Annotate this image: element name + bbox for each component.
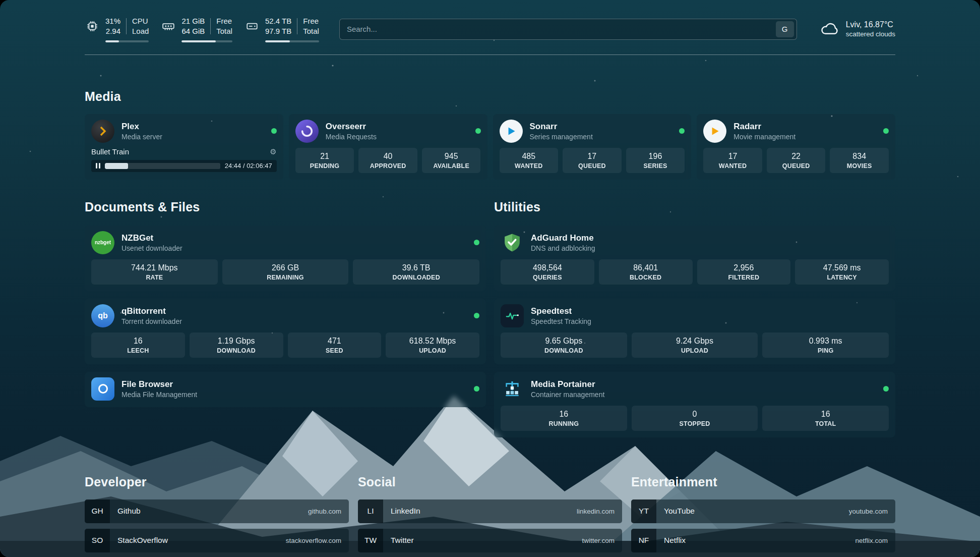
now-playing-row: Bullet Train ⚙	[91, 147, 277, 156]
free-label: Free	[216, 16, 232, 26]
qbittorrent-card-header: qb qBittorrent Torrent downloader	[91, 304, 479, 327]
cpu-row: 31% 2.94 CPU Load	[85, 16, 149, 37]
overseerr-stats: 21 PENDING 40 APPROVED 945 AVAILABLE	[295, 148, 481, 173]
stat-seed: 471 SEED	[288, 332, 382, 358]
divider-vertical	[210, 18, 211, 34]
stat-label: QUERIES	[503, 274, 592, 281]
overseerr-card[interactable]: Overseerr Media Requests 21 PENDING 40 A…	[289, 114, 487, 180]
search-input[interactable]	[347, 25, 776, 33]
stat-label: SERIES	[628, 162, 683, 170]
bookmark-twitter[interactable]: TW Twitter twitter.com	[358, 529, 622, 552]
disk-labels: Free Total	[303, 16, 319, 37]
bookmark-github[interactable]: GH Github github.com	[85, 499, 349, 523]
settings-gear-icon[interactable]: ⚙	[270, 147, 276, 156]
stat-stopped: 0 STOPPED	[632, 406, 758, 431]
free-label: Free	[303, 16, 319, 26]
radarr-card[interactable]: Radarr Movie management 17 WANTED 22 QUE…	[697, 114, 895, 180]
filebrowser-card-header: File Browser Media File Management	[91, 377, 479, 401]
adguard-stats: 498,564 QUERIES 86,401 BLOCKED 2,956 FIL…	[501, 259, 889, 285]
stat-label: BLOCKED	[601, 274, 691, 281]
adguard-shield-icon	[501, 231, 524, 254]
stat-ping: 0.993 ms PING	[762, 332, 889, 358]
stat-value: 9.65 Gbps	[503, 337, 625, 346]
filebrowser-card[interactable]: File Browser Media File Management	[85, 372, 486, 407]
bookmark-youtube[interactable]: YT YouTube youtube.com	[631, 499, 895, 523]
stat-value: 0	[634, 410, 756, 419]
ram-progress-fill	[181, 40, 215, 42]
bookmark-linkedin[interactable]: LI LinkedIn linkedin.com	[358, 499, 622, 523]
stat-total: 16 TOTAL	[762, 406, 889, 431]
app-name: qBittorrent	[121, 306, 182, 316]
bookmark-name: LinkedIn	[391, 507, 420, 516]
nzbget-card[interactable]: nzbget NZBGet Usenet downloader 744.21 M…	[85, 226, 486, 291]
documents-column: Documents & Files nzbget NZBGet Usenet d…	[85, 200, 486, 407]
portainer-card[interactable]: Media Portainer Container management 16 …	[494, 372, 895, 437]
bookmark-name: Twitter	[391, 536, 414, 545]
stat-value: 485	[502, 152, 557, 161]
stat-download: 9.65 Gbps DOWNLOAD	[501, 332, 627, 358]
app-name: File Browser	[121, 379, 197, 389]
cpu-widget: 31% 2.94 CPU Load	[85, 16, 149, 42]
app-name: Speedtest	[531, 306, 591, 316]
speedtest-card[interactable]: Speedtest Speedtest Tracking 9.65 Gbps D…	[494, 299, 895, 364]
stat-value: 39.6 TB	[355, 263, 477, 272]
sonarr-card[interactable]: Sonarr Series management 485 WANTED 17 Q…	[493, 114, 692, 180]
stat-label: MOVIES	[832, 162, 887, 170]
bookmark-netflix[interactable]: NF Netflix netflix.com	[631, 529, 895, 552]
weather-condition: scattered clouds	[846, 30, 895, 38]
app-subtitle: Series management	[530, 133, 593, 141]
bookmark-name: YouTube	[664, 507, 695, 516]
portainer-titles: Media Portainer Container management	[531, 379, 604, 399]
plex-card[interactable]: Plex Media server Bullet Train ⚙ 24:44 /…	[85, 114, 283, 180]
playback-progress-fill	[105, 163, 128, 169]
app-name: Overseerr	[326, 122, 377, 132]
qbittorrent-card[interactable]: qb qBittorrent Torrent downloader 16 LEE…	[85, 299, 486, 364]
stat-value: 16	[93, 337, 183, 346]
overseerr-icon	[295, 120, 319, 143]
app-subtitle: Torrent downloader	[121, 317, 182, 325]
stat-label: UPLOAD	[634, 347, 756, 354]
stat-label: FILTERED	[699, 274, 789, 281]
status-dot	[271, 128, 277, 134]
sonarr-titles: Sonarr Series management	[530, 122, 593, 141]
sonarr-card-header: Sonarr Series management	[500, 120, 685, 143]
lower-columns: Documents & Files nzbget NZBGet Usenet d…	[85, 200, 895, 437]
dashboard-screen: 31% 2.94 CPU Load	[0, 0, 980, 557]
adguard-card[interactable]: AdGuard Home DNS and adblocking 498,564 …	[494, 226, 895, 291]
stat-running: 16 RUNNING	[501, 406, 627, 431]
stat-label: REMAINING	[224, 274, 347, 281]
status-dot	[883, 386, 889, 392]
search-bar[interactable]: G	[339, 19, 797, 40]
qbittorrent-stats: 16 LEECH 1.19 Gbps DOWNLOAD 471 SEED 6	[91, 332, 479, 358]
bookmark-stackoverflow[interactable]: SO StackOverflow stackoverflow.com	[85, 529, 349, 552]
ram-total-value: 64 GiB	[181, 26, 205, 36]
playback-time: 24:44 / 02:06:47	[225, 162, 272, 170]
stat-approved: 40 APPROVED	[358, 148, 417, 173]
disk-total-value: 97.9 TB	[265, 26, 291, 36]
playback-progress-track[interactable]	[105, 163, 220, 169]
stat-blocked: 86,401 BLOCKED	[599, 259, 693, 285]
stat-leech: 16 LEECH	[91, 332, 185, 358]
stat-label: WANTED	[705, 162, 760, 170]
load-label: Load	[132, 26, 149, 36]
disk-row: 52.4 TB 97.9 TB Free Total	[244, 16, 319, 37]
stat-value: 9.24 Gbps	[634, 337, 756, 346]
stat-value: 16	[503, 410, 625, 419]
app-subtitle: Usenet downloader	[121, 244, 182, 252]
section-title-documents: Documents & Files	[85, 200, 486, 214]
search-engine-button[interactable]: G	[776, 21, 794, 37]
bookmarks-social: Social LI LinkedIn linkedin.com TW Twitt…	[358, 475, 622, 557]
pause-icon[interactable]	[96, 163, 100, 169]
cpu-label: CPU	[132, 16, 149, 26]
radarr-card-header: Radarr Movie management	[703, 120, 889, 143]
weather-text: Lviv, 16.87°C scattered clouds	[846, 20, 895, 38]
playback-bar: 24:44 / 02:06:47	[91, 160, 277, 172]
status-dot	[679, 128, 685, 134]
cloud-icon	[819, 18, 839, 40]
portainer-card-header: Media Portainer Container management	[501, 377, 889, 401]
status-dot	[474, 386, 479, 392]
stat-value: 17	[705, 152, 760, 161]
sonarr-icon	[500, 120, 523, 143]
section-title-media: Media	[85, 89, 895, 104]
plex-titles: Plex Media server	[121, 122, 162, 141]
